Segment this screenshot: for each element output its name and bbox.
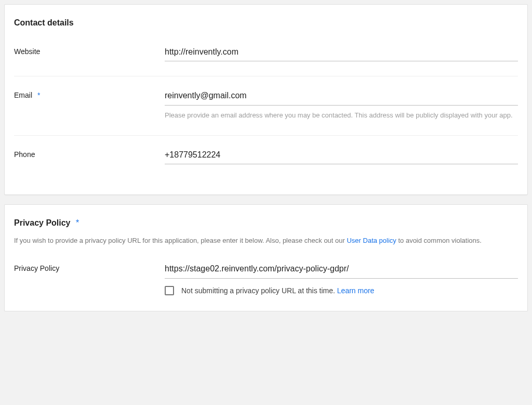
privacy-optout-text: Not submitting a privacy policy URL at t… [181, 286, 337, 295]
phone-input[interactable] [165, 148, 518, 164]
contact-details-title: Contact details [14, 18, 518, 28]
contact-details-card: Contact details Website Email * Please p… [4, 4, 528, 195]
privacy-url-field-wrap: Not submitting a privacy policy URL at t… [165, 262, 518, 295]
phone-field-wrap [165, 148, 518, 164]
phone-label: Phone [14, 148, 165, 164]
email-label: Email [14, 91, 32, 99]
email-label-wrap: Email * [14, 89, 165, 120]
email-row: Email * Please provide an email address … [14, 76, 518, 135]
privacy-description: If you wish to provide a privacy policy … [14, 236, 518, 245]
privacy-optout-label-wrap: Not submitting a privacy policy URL at t… [181, 286, 374, 295]
privacy-desc-post: to avoid common violations. [396, 237, 482, 244]
privacy-optout-learn-more-link[interactable]: Learn more [337, 286, 375, 295]
privacy-title: Privacy Policy [14, 218, 71, 227]
privacy-desc-pre: If you wish to provide a privacy policy … [14, 237, 347, 244]
phone-row: Phone [14, 135, 518, 179]
privacy-url-input[interactable] [165, 262, 518, 278]
email-input[interactable] [165, 89, 518, 105]
required-star-icon: * [76, 218, 79, 227]
privacy-title-wrap: Privacy Policy * [14, 218, 518, 228]
privacy-optout-checkbox[interactable] [165, 286, 174, 295]
website-input[interactable] [165, 45, 518, 61]
privacy-optout-row: Not submitting a privacy policy URL at t… [165, 286, 518, 295]
privacy-policy-card: Privacy Policy * If you wish to provide … [4, 204, 528, 311]
user-data-policy-link[interactable]: User Data policy [347, 237, 396, 244]
required-star-icon: * [37, 91, 40, 99]
email-field-wrap: Please provide an email address where yo… [165, 89, 518, 120]
email-hint: Please provide an email address where yo… [165, 111, 518, 121]
website-row: Website [14, 43, 518, 76]
website-field-wrap [165, 45, 518, 61]
website-label: Website [14, 45, 165, 61]
privacy-url-row: Privacy Policy Not submitting a privacy … [14, 259, 518, 295]
privacy-url-label: Privacy Policy [14, 262, 165, 295]
